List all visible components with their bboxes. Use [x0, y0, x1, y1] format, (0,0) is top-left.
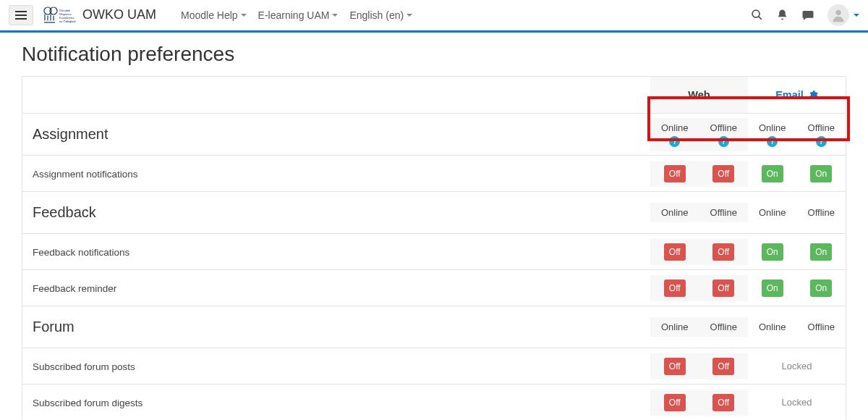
preference-name: Assignment notifications: [33, 169, 138, 180]
toggle-on[interactable]: On: [810, 280, 832, 297]
web-cols: Off Off: [650, 161, 748, 187]
preference-row: Assignment notifications Off Off On On: [22, 155, 846, 191]
nav-link-help[interactable]: Moodle Help: [176, 7, 251, 24]
email-cols: Online ? Offline ?: [748, 118, 846, 151]
toggle-on[interactable]: On: [762, 165, 783, 182]
web-cols: Online Offline: [650, 203, 748, 222]
processor-header-web: Web: [650, 77, 748, 113]
status-cell: Off: [699, 353, 749, 379]
toggle-on[interactable]: On: [762, 243, 783, 261]
status-cell: Off: [650, 161, 699, 187]
nav-link-label: Moodle Help: [181, 9, 238, 21]
toggle-off[interactable]: Off: [664, 243, 686, 261]
status-header-label: Online: [661, 207, 689, 218]
svg-point-8: [835, 9, 841, 14]
processor-header-email[interactable]: Email: [748, 77, 846, 113]
email-cols: On On: [748, 239, 846, 265]
status-header-col: Online ?: [748, 118, 797, 151]
toggle-off[interactable]: Off: [664, 165, 686, 182]
toggle-off[interactable]: Off: [712, 243, 734, 261]
nav-link-elearning[interactable]: E-learning UAM: [254, 7, 343, 24]
status-header-label: Online: [759, 207, 786, 218]
toggle-on[interactable]: On: [810, 243, 832, 261]
processors-header-row: Web Email: [22, 77, 846, 113]
help-icon[interactable]: ?: [767, 136, 778, 147]
email-cols: On On: [748, 161, 846, 187]
svg-line-7: [759, 17, 762, 20]
status-header-col: Offline: [797, 203, 846, 222]
caret-down-icon: [241, 14, 247, 17]
svg-point-6: [752, 10, 760, 17]
status-header-col: Offline: [797, 317, 846, 337]
status-header-col: Online: [748, 203, 797, 222]
processor-label: Email: [775, 89, 804, 101]
help-icon[interactable]: ?: [816, 136, 827, 147]
status-header-label: Online: [759, 122, 786, 133]
web-cols: Online ? Offline ?: [650, 118, 748, 151]
toggle-off[interactable]: Off: [664, 280, 686, 297]
status-cell: On: [797, 275, 846, 301]
status-header-label: Online: [661, 322, 689, 332]
search-icon[interactable]: [751, 9, 763, 21]
status-header-col: Online: [650, 317, 699, 337]
section-title: Forum: [33, 319, 75, 335]
caret-down-icon: [407, 14, 412, 17]
help-icon[interactable]: ?: [669, 136, 680, 147]
nav-toggle-button[interactable]: [9, 5, 33, 25]
status-header-label: Offline: [808, 122, 835, 133]
toggle-off[interactable]: Off: [712, 358, 734, 375]
status-cell: Off: [699, 275, 749, 301]
help-icon[interactable]: ?: [718, 136, 729, 147]
status-header-label: Online: [759, 322, 786, 332]
locked-cell: Locked: [748, 397, 846, 408]
locked-cell: Locked: [748, 361, 846, 371]
status-cell: On: [748, 275, 797, 301]
status-cell: On: [748, 161, 797, 187]
toggle-off[interactable]: Off: [664, 394, 686, 411]
header-spacer: [22, 77, 650, 113]
web-cols: Off Off: [650, 353, 748, 379]
status-header-col: Offline: [699, 317, 749, 337]
section-header-row: Assignment Online ? Offline ? Online ? O…: [22, 113, 846, 155]
messages-icon[interactable]: [801, 9, 814, 22]
section-header-row: Forum Online Offline Online Offline: [22, 306, 846, 348]
section-title: Assignment: [33, 126, 109, 142]
processor-label: Web: [688, 89, 710, 101]
status-cell: On: [797, 239, 846, 265]
caret-down-icon: [332, 14, 338, 17]
toggle-off[interactable]: Off: [712, 165, 734, 182]
status-header-label: Offline: [808, 207, 835, 218]
toggle-on[interactable]: On: [762, 280, 783, 297]
user-menu[interactable]: [827, 4, 859, 26]
nav-link-label: E-learning UAM: [258, 9, 330, 21]
toggle-off[interactable]: Off: [712, 280, 734, 297]
nav-link-language[interactable]: English (en): [345, 7, 417, 24]
toggle-off[interactable]: Off: [664, 358, 686, 375]
preference-row: Subscribed forum posts Off Off Locked: [22, 348, 846, 384]
section-title: Feedback: [33, 204, 96, 220]
site-brand[interactable]: OWKO UAM: [82, 7, 156, 22]
preferences-table: Web Email Assignment Online ? Offline ? …: [22, 76, 846, 420]
preference-name: Subscribed forum digests: [33, 398, 142, 408]
nav-link-label: English (en): [349, 9, 404, 21]
status-header-label: Offline: [710, 322, 737, 332]
status-header-col: Offline: [699, 203, 749, 222]
preference-name: Subscribed forum posts: [33, 361, 135, 372]
web-cols: Off Off: [650, 275, 748, 301]
status-header-col: Online ?: [650, 118, 699, 151]
toggle-off[interactable]: Off: [712, 394, 734, 411]
web-cols: Online Offline: [650, 317, 748, 337]
status-header-label: Offline: [710, 122, 737, 133]
preference-row: Subscribed forum digests Off Off Locked: [22, 384, 846, 420]
section-header-row: Feedback Online Offline Online Offline: [22, 191, 846, 233]
site-logo: Ośrodek Wsparcia Kształcenia na Odległoś…: [41, 4, 77, 26]
preference-row: Feedback reminder Off Off On On: [22, 269, 846, 306]
preference-row: Feedback notifications Off Off On On: [22, 233, 846, 269]
email-cols: Online Offline: [748, 203, 846, 222]
bell-icon[interactable]: [776, 9, 788, 21]
status-header-label: Offline: [710, 207, 737, 218]
toggle-on[interactable]: On: [810, 165, 832, 182]
status-cell: On: [748, 239, 797, 265]
status-cell: Off: [650, 390, 699, 416]
status-cell: Off: [650, 275, 699, 301]
